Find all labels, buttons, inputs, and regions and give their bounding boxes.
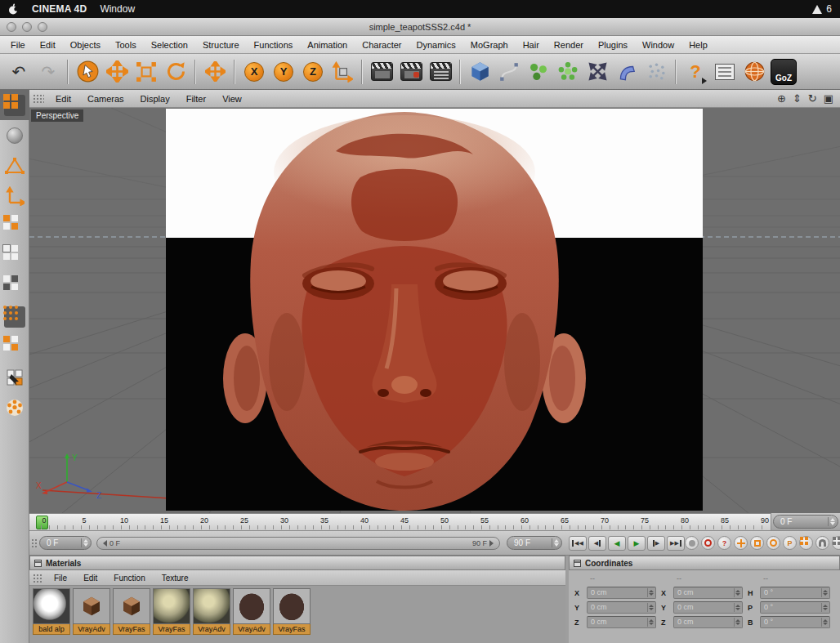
material-label[interactable]: VrayFas xyxy=(113,624,150,635)
menu-selection[interactable]: Selection xyxy=(144,40,195,50)
timeline-range-slider[interactable]: 0 F 90 F xyxy=(96,537,500,550)
menu-mograph[interactable]: MoGraph xyxy=(463,40,516,50)
material-thumbnail-sphere[interactable] xyxy=(33,588,70,624)
play-backward-button[interactable]: ◀ xyxy=(608,536,626,551)
range-end-field[interactable]: 90 F xyxy=(507,536,562,550)
timeline-ruler[interactable]: 0 5 10 15 20 25 30 35 40 45 50 55 60 65 … xyxy=(29,513,771,531)
panel-grip-icon[interactable] xyxy=(31,538,38,548)
toggle-view-icon[interactable]: ▣ xyxy=(824,92,833,105)
snap-settings-button[interactable] xyxy=(0,362,29,392)
menu-objects[interactable]: Objects xyxy=(63,40,108,50)
rotation-h-field[interactable]: 0 ° xyxy=(760,587,830,599)
size-y-field[interactable]: 0 cm xyxy=(673,601,743,614)
add-deformer-button[interactable] xyxy=(613,58,641,86)
materials-menu-file[interactable]: File xyxy=(46,574,75,583)
record-keyframe-button[interactable] xyxy=(701,536,715,550)
coordinates-title-bar[interactable]: Coordinates xyxy=(569,556,840,570)
material-item[interactable]: VrayFas xyxy=(113,588,150,635)
menu-edit[interactable]: Edit xyxy=(33,40,63,50)
rotate-view-icon[interactable]: ↻ xyxy=(808,92,817,105)
menu-structure[interactable]: Structure xyxy=(195,40,247,50)
add-mograph-button[interactable] xyxy=(554,58,582,86)
materials-menu-texture[interactable]: Texture xyxy=(154,574,197,583)
record-position-button[interactable] xyxy=(734,536,748,550)
live-selection-button[interactable] xyxy=(74,58,101,86)
points-mode-button[interactable] xyxy=(0,150,29,181)
material-label[interactable]: VrayFas xyxy=(153,624,190,635)
model-mode-button[interactable] xyxy=(0,120,29,150)
viewport-menu-cameras[interactable]: Cameras xyxy=(79,94,132,104)
lock-y-axis-button[interactable]: Y xyxy=(270,58,297,86)
material-item[interactable]: VrayAdv xyxy=(193,588,230,635)
stepper-icon[interactable] xyxy=(81,538,88,547)
previous-key-button[interactable]: ◀ xyxy=(588,536,606,551)
stepper-icon[interactable] xyxy=(821,618,829,627)
menu-tools[interactable]: Tools xyxy=(108,40,144,50)
render-region-button[interactable] xyxy=(397,58,425,86)
menu-hair[interactable]: Hair xyxy=(516,40,547,50)
record-pla-button[interactable] xyxy=(799,536,813,550)
rotation-b-field[interactable]: 0 ° xyxy=(760,616,830,628)
goto-end-button[interactable]: ▶▶ xyxy=(667,536,685,551)
viewport-menu-filter[interactable]: Filter xyxy=(178,94,214,104)
scale-tool-button[interactable] xyxy=(132,58,160,86)
material-label[interactable]: VrayFas xyxy=(273,624,311,635)
edges-mode-button[interactable] xyxy=(0,211,29,241)
viewport-solo-button[interactable] xyxy=(0,332,29,362)
add-xpresso-button[interactable] xyxy=(583,58,611,86)
current-frame-field[interactable]: 0 F xyxy=(773,515,838,529)
zoom-view-icon[interactable]: ⇕ xyxy=(793,92,802,105)
goz-button[interactable]: GoZ xyxy=(770,58,798,86)
menu-functions[interactable]: Functions xyxy=(247,40,301,50)
stepper-icon[interactable] xyxy=(821,603,829,612)
next-key-button[interactable]: ▶ xyxy=(647,536,665,551)
maximize-button[interactable] xyxy=(38,22,47,32)
material-thumbnail-cube[interactable] xyxy=(73,588,110,624)
position-z-field[interactable]: 0 cm xyxy=(587,616,656,628)
stepper-icon[interactable] xyxy=(734,603,741,612)
play-button[interactable]: ▶ xyxy=(628,536,646,551)
viewport-menu-edit[interactable]: Edit xyxy=(47,94,79,104)
magnet-tool-button[interactable] xyxy=(0,392,29,422)
online-help-button[interactable] xyxy=(740,58,768,86)
record-rotation-button[interactable] xyxy=(766,536,780,550)
viewport-menu-view[interactable]: View xyxy=(214,94,250,104)
rotation-p-field[interactable]: 0 ° xyxy=(760,601,830,614)
menu-file[interactable]: File xyxy=(3,40,33,50)
add-generator-button[interactable] xyxy=(525,58,552,86)
panel-grip-icon[interactable] xyxy=(33,94,44,104)
menu-animation[interactable]: Animation xyxy=(300,40,355,50)
material-label[interactable]: VrayAdv xyxy=(193,624,230,635)
viewport-menu-display[interactable]: Display xyxy=(132,94,178,104)
stepper-icon[interactable] xyxy=(734,588,741,597)
help-button[interactable]: ? xyxy=(681,58,709,86)
stepper-icon[interactable] xyxy=(552,538,559,547)
material-thumbnail-sphere[interactable] xyxy=(193,588,230,624)
lock-x-axis-button[interactable]: X xyxy=(240,58,268,86)
viewport-label[interactable]: Perspective xyxy=(31,109,83,122)
step-left-icon[interactable] xyxy=(103,540,107,547)
material-thumbnail-sphere[interactable] xyxy=(153,588,190,624)
stepper-icon[interactable] xyxy=(647,588,655,597)
size-x-field[interactable]: 0 cm xyxy=(673,587,743,599)
stepper-icon[interactable] xyxy=(734,618,741,627)
stepper-icon[interactable] xyxy=(821,588,829,597)
minimize-button[interactable] xyxy=(22,22,32,32)
add-spline-button[interactable] xyxy=(495,58,523,86)
materials-menu-edit[interactable]: Edit xyxy=(75,574,105,583)
stepper-icon[interactable] xyxy=(647,618,655,627)
system-menu-window[interactable]: Window xyxy=(100,3,135,15)
menu-render[interactable]: Render xyxy=(547,40,591,50)
add-particles-button[interactable] xyxy=(642,58,670,86)
redo-button[interactable]: ↷ xyxy=(34,58,62,86)
last-tool-button[interactable] xyxy=(201,58,229,86)
material-thumbnail-cube[interactable] xyxy=(113,588,150,624)
coordinate-system-button[interactable] xyxy=(328,58,356,86)
lock-z-axis-button[interactable]: Z xyxy=(299,58,327,86)
window-title-bar[interactable]: simple_teapotSSS2.c4d * xyxy=(0,18,840,36)
command-palette-button[interactable] xyxy=(0,90,29,120)
apple-logo-icon[interactable] xyxy=(8,3,19,15)
move-tool-button[interactable] xyxy=(103,58,131,86)
system-status-area[interactable]: 6 xyxy=(812,3,832,15)
menu-dynamics[interactable]: Dynamics xyxy=(409,40,463,50)
